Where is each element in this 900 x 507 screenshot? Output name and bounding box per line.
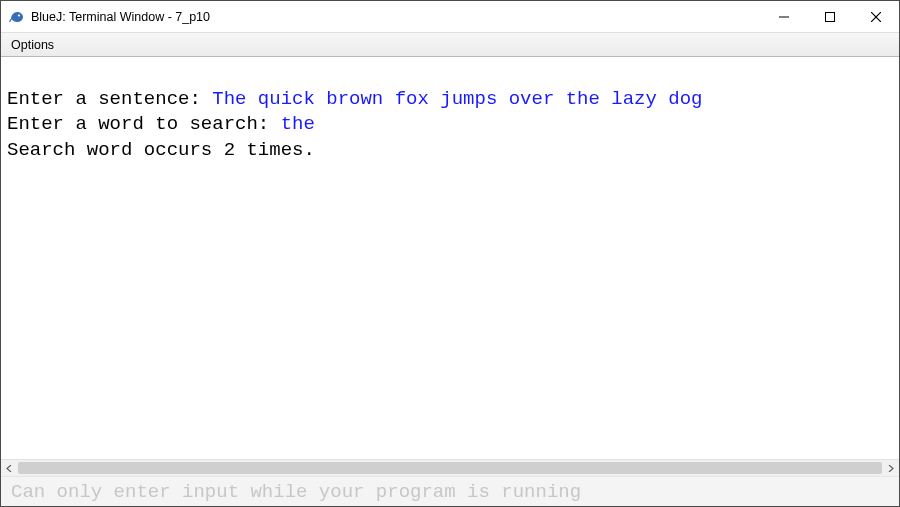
svg-point-0 [18,14,20,16]
output-result: Search word occurs 2 times. [7,139,315,161]
window-controls [761,1,899,32]
scroll-right-icon[interactable] [882,460,899,477]
window-title: BlueJ: Terminal Window - 7_p10 [31,10,210,24]
menubar: Options [1,33,899,57]
terminal-window: BlueJ: Terminal Window - 7_p10 Options E… [0,0,900,507]
minimize-icon [779,12,789,22]
maximize-button[interactable] [807,1,853,32]
horizontal-scrollbar[interactable] [1,459,899,476]
close-button[interactable] [853,1,899,32]
user-input-word: the [281,113,315,135]
titlebar-left: BlueJ: Terminal Window - 7_p10 [1,9,761,25]
scrollbar-thumb[interactable] [18,462,882,474]
svg-rect-2 [826,12,835,21]
maximize-icon [825,12,835,22]
stdin-input-bar: Can only enter input while your program … [1,476,899,506]
bluej-app-icon [9,9,25,25]
prompt-line-2: Enter a word to search: [7,113,281,135]
close-icon [871,12,881,22]
minimize-button[interactable] [761,1,807,32]
scroll-left-icon[interactable] [1,460,18,477]
terminal-output-area: Enter a sentence: The quick brown fox ju… [1,57,899,459]
scrollbar-track[interactable] [18,460,882,476]
prompt-line-1: Enter a sentence: [7,88,212,110]
menu-options[interactable]: Options [1,33,64,56]
titlebar[interactable]: BlueJ: Terminal Window - 7_p10 [1,1,899,33]
stdin-placeholder: Can only enter input while your program … [11,481,581,503]
user-input-sentence: The quick brown fox jumps over the lazy … [212,88,702,110]
